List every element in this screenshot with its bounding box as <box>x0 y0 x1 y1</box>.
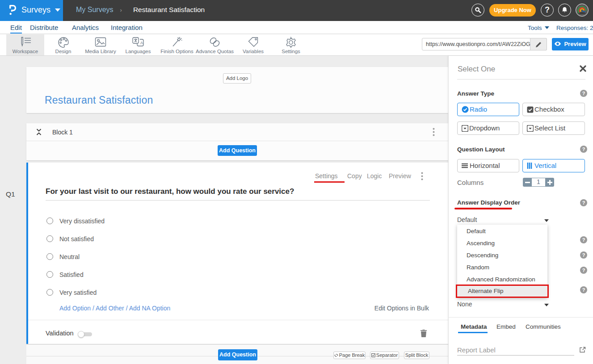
svg-text:A: A <box>140 41 143 45</box>
